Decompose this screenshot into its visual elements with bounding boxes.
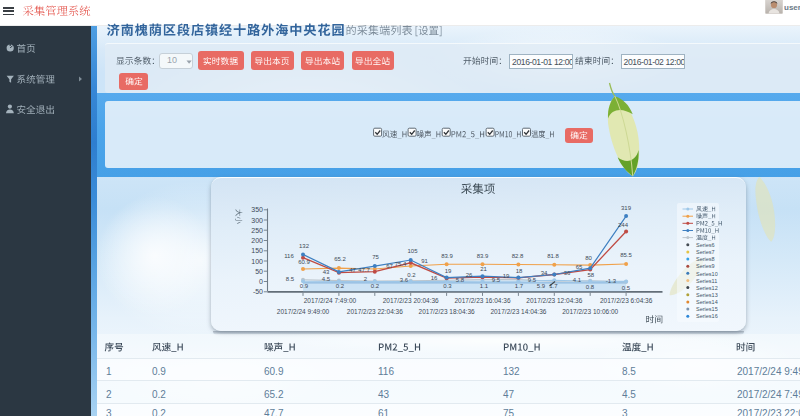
svg-text:5.9: 5.9: [537, 283, 546, 289]
svg-text:19: 19: [445, 268, 452, 274]
svg-text:200: 200: [251, 237, 263, 244]
svg-text:2017/2/23 22:04:36: 2017/2/23 22:04:36: [347, 308, 403, 315]
svg-text:81.8: 81.8: [547, 253, 559, 259]
svg-text:8.5: 8.5: [286, 276, 295, 282]
svg-text:2017/2/23 20:04:36: 2017/2/23 20:04:36: [383, 297, 439, 304]
svg-text:67: 67: [386, 263, 393, 269]
svg-text:0.5: 0.5: [622, 285, 631, 291]
svg-text:21: 21: [480, 266, 487, 272]
svg-text:36: 36: [564, 270, 571, 276]
svg-text:83.9: 83.9: [477, 253, 489, 259]
svg-text:Series13: Series13: [696, 292, 718, 298]
svg-text:2017/2/23 14:04:36: 2017/2/23 14:04:36: [490, 308, 546, 315]
svg-text:350: 350: [251, 206, 263, 213]
svg-text:4.5: 4.5: [322, 276, 331, 282]
svg-text:75: 75: [372, 254, 379, 260]
svg-text:244: 244: [618, 222, 629, 228]
svg-text:2017/2/24 7:49:00: 2017/2/24 7:49:00: [304, 297, 357, 304]
svg-text:-1.3: -1.3: [606, 278, 617, 284]
svg-text:1.1: 1.1: [480, 283, 489, 289]
svg-text:2017/2/23 12:04:36: 2017/2/23 12:04:36: [526, 297, 582, 304]
svg-text:2017/2/24 9:49:00: 2017/2/24 9:49:00: [277, 308, 330, 315]
svg-text:Series14: Series14: [696, 299, 718, 305]
svg-text:0.2: 0.2: [407, 272, 416, 278]
svg-text:116: 116: [284, 253, 294, 259]
svg-text:47.7: 47.7: [358, 267, 370, 273]
svg-text:1.7: 1.7: [549, 283, 558, 289]
svg-text:16: 16: [431, 275, 438, 281]
svg-text:Series8: Series8: [696, 256, 715, 262]
svg-text:47: 47: [349, 267, 356, 273]
svg-text:34: 34: [541, 270, 548, 276]
svg-text:Series7: Series7: [696, 249, 715, 255]
svg-text:0.3: 0.3: [443, 283, 452, 289]
svg-text:80: 80: [585, 255, 592, 261]
svg-text:Series6: Series6: [696, 242, 715, 248]
svg-text:Series16: Series16: [696, 313, 718, 319]
svg-text:0.2: 0.2: [336, 283, 345, 289]
svg-text:0.9: 0.9: [300, 283, 309, 289]
svg-text:3.6: 3.6: [400, 277, 409, 283]
svg-text:100: 100: [251, 258, 263, 265]
svg-text:Series15: Series15: [696, 306, 718, 312]
svg-text:50: 50: [255, 268, 263, 275]
svg-text:-50: -50: [253, 288, 263, 295]
svg-text:2017/2/23 18:04:36: 2017/2/23 18:04:36: [419, 308, 475, 315]
svg-text:65.2: 65.2: [334, 256, 346, 262]
svg-text:0.2: 0.2: [371, 283, 380, 289]
svg-text:85.5: 85.5: [620, 252, 632, 258]
svg-text:2017/2/23 6:04:36: 2017/2/23 6:04:36: [600, 297, 653, 304]
svg-text:91: 91: [421, 258, 428, 264]
svg-text:0.8: 0.8: [586, 284, 595, 290]
svg-text:82.8: 82.8: [512, 253, 524, 259]
svg-text:1.7: 1.7: [515, 283, 524, 289]
svg-text:60.9: 60.9: [298, 259, 310, 265]
svg-text:105: 105: [407, 248, 418, 254]
svg-text:250: 250: [251, 227, 263, 234]
svg-text:2017/2/23 16:04:36: 2017/2/23 16:04:36: [454, 297, 510, 304]
svg-text:150: 150: [251, 247, 263, 254]
svg-text:83.9: 83.9: [441, 253, 453, 259]
svg-text:Series11: Series11: [696, 278, 717, 284]
svg-text:19: 19: [503, 273, 510, 279]
svg-text:319: 319: [621, 205, 632, 211]
svg-text:4.1: 4.1: [573, 277, 582, 283]
svg-text:58: 58: [587, 272, 594, 278]
svg-text:65: 65: [576, 264, 583, 270]
svg-text:2017/2/23 10:06:00: 2017/2/23 10:06:00: [562, 308, 618, 315]
svg-text:5.8: 5.8: [456, 277, 465, 283]
svg-text:0: 0: [259, 278, 263, 285]
svg-text:132: 132: [299, 243, 310, 249]
svg-text:9.5: 9.5: [528, 277, 537, 283]
svg-text:26: 26: [466, 272, 473, 278]
svg-text:9.5: 9.5: [492, 277, 501, 283]
svg-text:43: 43: [323, 269, 330, 275]
svg-text:300: 300: [251, 217, 263, 224]
svg-text:Series9: Series9: [696, 263, 715, 269]
svg-text:75.4: 75.4: [395, 261, 407, 267]
svg-text:18: 18: [516, 268, 523, 274]
svg-text:Series12: Series12: [696, 285, 718, 291]
svg-text:Series10: Series10: [696, 271, 718, 277]
